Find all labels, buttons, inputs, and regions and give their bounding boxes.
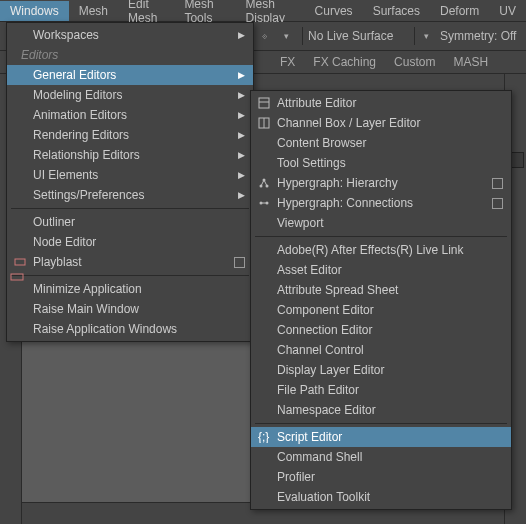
svg-text:{;}: {;} bbox=[258, 431, 269, 443]
menu-item-attribute-editor[interactable]: Attribute Editor bbox=[251, 93, 511, 113]
menu-label: Channel Control bbox=[277, 343, 364, 357]
playblast-gutter-icon bbox=[10, 270, 24, 284]
menu-item-profiler[interactable]: Profiler bbox=[251, 467, 511, 487]
menu-deform[interactable]: Deform bbox=[430, 1, 489, 21]
separator bbox=[302, 27, 303, 45]
shelf-tab-mash[interactable]: MASH bbox=[453, 55, 488, 69]
chevron-down-icon[interactable]: ▾ bbox=[284, 31, 289, 41]
menu-item-connection-editor[interactable]: Connection Editor bbox=[251, 320, 511, 340]
menu-item-asset-editor[interactable]: Asset Editor bbox=[251, 260, 511, 280]
menu-label: Viewport bbox=[277, 216, 323, 230]
menu-label: Profiler bbox=[277, 470, 315, 484]
menu-label: Command Shell bbox=[277, 450, 362, 464]
menu-item-hypergraph-hierarchy[interactable]: Hypergraph: Hierarchy bbox=[251, 173, 511, 193]
section-editors: Editors bbox=[7, 45, 253, 65]
menu-item-rendering-editors[interactable]: Rendering Editors ▶ bbox=[7, 125, 253, 145]
option-box-icon[interactable] bbox=[492, 198, 503, 209]
shelf-tab-custom[interactable]: Custom bbox=[394, 55, 435, 69]
menu-label: Namespace Editor bbox=[277, 403, 376, 417]
menu-label: Attribute Editor bbox=[277, 96, 356, 110]
menu-item-attribute-spread-sheet[interactable]: Attribute Spread Sheet bbox=[251, 280, 511, 300]
option-box-icon[interactable] bbox=[492, 178, 503, 189]
menu-item-hypergraph-connections[interactable]: Hypergraph: Connections bbox=[251, 193, 511, 213]
windows-dropdown: Workspaces ▶ Editors General Editors ▶ M… bbox=[6, 22, 254, 342]
menu-surfaces[interactable]: Surfaces bbox=[363, 1, 430, 21]
svg-rect-14 bbox=[11, 274, 23, 280]
menu-item-node-editor[interactable]: Node Editor bbox=[7, 232, 253, 252]
menu-item-script-editor[interactable]: {;} Script Editor bbox=[251, 427, 511, 447]
menu-label: Workspaces bbox=[33, 28, 99, 42]
submenu-arrow-icon: ▶ bbox=[238, 170, 245, 180]
menu-label: Hypergraph: Connections bbox=[277, 196, 413, 210]
menubar: Windows Mesh Edit Mesh Mesh Tools Mesh D… bbox=[0, 0, 526, 22]
submenu-arrow-icon: ▶ bbox=[238, 150, 245, 160]
channel-box-icon bbox=[257, 116, 271, 130]
symmetry-label[interactable]: Symmetry: Off bbox=[440, 29, 516, 43]
script-editor-icon: {;} bbox=[257, 430, 271, 444]
general-editors-submenu: Attribute Editor Channel Box / Layer Edi… bbox=[250, 90, 512, 510]
attribute-editor-icon bbox=[257, 96, 271, 110]
menu-label: Connection Editor bbox=[277, 323, 372, 337]
svg-line-8 bbox=[261, 180, 264, 186]
submenu-arrow-icon: ▶ bbox=[238, 130, 245, 140]
menu-item-viewport[interactable]: Viewport bbox=[251, 213, 511, 233]
menu-item-minimize-application[interactable]: Minimize Application bbox=[7, 279, 253, 299]
menu-item-modeling-editors[interactable]: Modeling Editors ▶ bbox=[7, 85, 253, 105]
menu-windows[interactable]: Windows bbox=[0, 1, 69, 21]
menu-label: Raise Application Windows bbox=[33, 322, 177, 336]
menu-label: Animation Editors bbox=[33, 108, 127, 122]
menu-item-raise-main-window[interactable]: Raise Main Window bbox=[7, 299, 253, 319]
menu-item-general-editors[interactable]: General Editors ▶ bbox=[7, 65, 253, 85]
menu-label: Node Editor bbox=[33, 235, 96, 249]
option-box-icon[interactable] bbox=[234, 257, 245, 268]
menu-item-outliner[interactable]: Outliner bbox=[7, 212, 253, 232]
menu-item-ae-live-link[interactable]: Adobe(R) After Effects(R) Live Link bbox=[251, 240, 511, 260]
menu-label: Minimize Application bbox=[33, 282, 142, 296]
menu-item-workspaces[interactable]: Workspaces ▶ bbox=[7, 25, 253, 45]
menu-mesh[interactable]: Mesh bbox=[69, 1, 118, 21]
menu-item-raise-application-windows[interactable]: Raise Application Windows bbox=[7, 319, 253, 339]
dropdown-icon[interactable]: ⟐ bbox=[262, 31, 267, 41]
menu-item-ui-elements[interactable]: UI Elements ▶ bbox=[7, 165, 253, 185]
menu-item-relationship-editors[interactable]: Relationship Editors ▶ bbox=[7, 145, 253, 165]
menu-label: Evaluation Toolkit bbox=[277, 490, 370, 504]
shelf-tab-fx[interactable]: FX bbox=[280, 55, 295, 69]
menu-item-namespace-editor[interactable]: Namespace Editor bbox=[251, 400, 511, 420]
playblast-icon bbox=[13, 255, 27, 269]
menu-item-channel-control[interactable]: Channel Control bbox=[251, 340, 511, 360]
menu-label: Content Browser bbox=[277, 136, 366, 150]
menu-label: Attribute Spread Sheet bbox=[277, 283, 398, 297]
svg-rect-0 bbox=[15, 259, 25, 265]
menu-item-file-path-editor[interactable]: File Path Editor bbox=[251, 380, 511, 400]
menu-item-animation-editors[interactable]: Animation Editors ▶ bbox=[7, 105, 253, 125]
submenu-arrow-icon: ▶ bbox=[238, 110, 245, 120]
menu-item-component-editor[interactable]: Component Editor bbox=[251, 300, 511, 320]
menu-label: Hypergraph: Hierarchy bbox=[277, 176, 398, 190]
submenu-arrow-icon: ▶ bbox=[238, 90, 245, 100]
menu-item-content-browser[interactable]: Content Browser bbox=[251, 133, 511, 153]
menu-label: Channel Box / Layer Editor bbox=[277, 116, 420, 130]
live-surface-label[interactable]: No Live Surface bbox=[308, 29, 393, 43]
menu-item-display-layer-editor[interactable]: Display Layer Editor bbox=[251, 360, 511, 380]
shelf-tab-fx-caching[interactable]: FX Caching bbox=[313, 55, 376, 69]
menu-item-tool-settings[interactable]: Tool Settings bbox=[251, 153, 511, 173]
menu-label: UI Elements bbox=[33, 168, 98, 182]
chevron-down-icon[interactable]: ▾ bbox=[424, 31, 429, 41]
menu-item-settings-preferences[interactable]: Settings/Preferences ▶ bbox=[7, 185, 253, 205]
menu-label: Relationship Editors bbox=[33, 148, 140, 162]
menu-item-evaluation-toolkit[interactable]: Evaluation Toolkit bbox=[251, 487, 511, 507]
separator bbox=[255, 236, 507, 237]
menu-uv[interactable]: UV bbox=[489, 1, 526, 21]
menu-label: Outliner bbox=[33, 215, 75, 229]
menu-curves[interactable]: Curves bbox=[305, 1, 363, 21]
menu-item-channel-box[interactable]: Channel Box / Layer Editor bbox=[251, 113, 511, 133]
hypergraph-connections-icon bbox=[257, 196, 271, 210]
separator bbox=[414, 27, 415, 45]
menu-label: Component Editor bbox=[277, 303, 374, 317]
menu-label: Adobe(R) After Effects(R) Live Link bbox=[277, 243, 464, 257]
menu-label: Asset Editor bbox=[277, 263, 342, 277]
menu-item-playblast[interactable]: Playblast bbox=[7, 252, 253, 272]
svg-line-9 bbox=[264, 180, 267, 186]
menu-item-command-shell[interactable]: Command Shell bbox=[251, 447, 511, 467]
menu-label: Rendering Editors bbox=[33, 128, 129, 142]
